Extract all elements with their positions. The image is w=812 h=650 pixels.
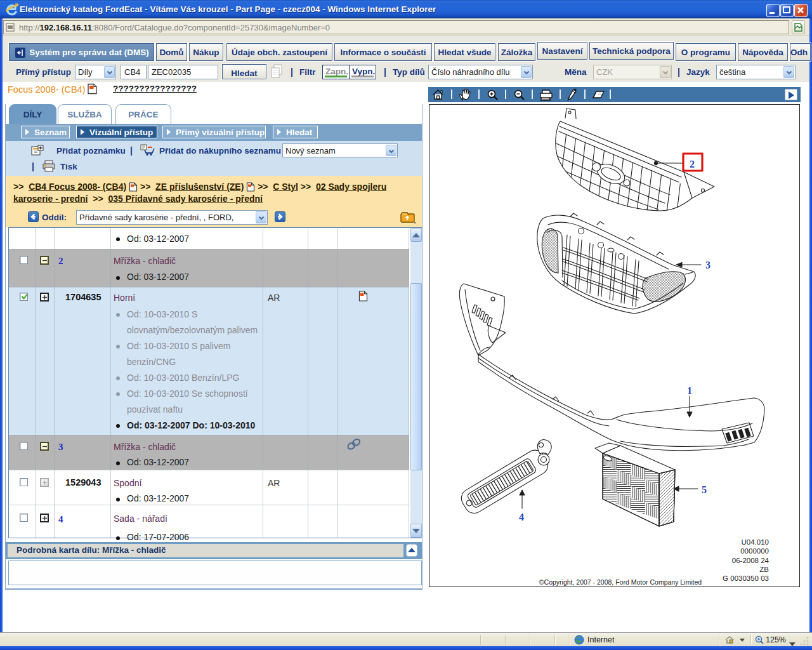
svg-text:1: 1 [687, 385, 692, 396]
svg-text:U04.010: U04.010 [742, 538, 769, 546]
svg-text:©Copyright, 2007 - 2008, Ford: ©Copyright, 2007 - 2008, Ford Motor Comp… [539, 578, 702, 586]
svg-text:06-2008 24: 06-2008 24 [732, 557, 769, 564]
svg-text:ZB: ZB [759, 566, 769, 573]
svg-text:4: 4 [519, 512, 524, 522]
svg-text:3: 3 [705, 260, 710, 270]
svg-text:G 0030350 03: G 0030350 03 [723, 574, 769, 582]
svg-text:0000000: 0000000 [740, 547, 769, 555]
svg-text:2: 2 [690, 159, 695, 169]
svg-text:5: 5 [702, 484, 707, 495]
